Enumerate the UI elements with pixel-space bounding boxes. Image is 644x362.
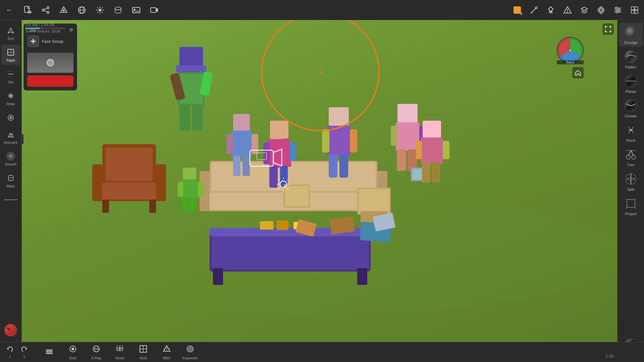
face-group-panel: · 202 · ⚙ Face Group — [23, 23, 77, 90]
svg-rect-78 — [149, 199, 156, 213]
version-number: 1.90 — [605, 354, 614, 359]
svg-rect-134 — [432, 163, 440, 183]
smudge-label: Smudge — [624, 41, 638, 45]
svg-line-183 — [635, 207, 636, 209]
redo-icon — [20, 346, 28, 355]
image-icon[interactable] — [130, 4, 142, 16]
svg-rect-138 — [359, 189, 389, 213]
top-toolbar-right: ⚙ — [511, 4, 641, 16]
dashes-icon — [6, 195, 16, 205]
svg-rect-96 — [260, 221, 273, 230]
inspector-btn[interactable]: Inspector — [178, 343, 202, 362]
sidebar-collapse-arrow[interactable]: › — [20, 134, 23, 144]
sidebar-item-eraser[interactable] — [1, 321, 20, 339]
stack-icon[interactable] — [578, 4, 590, 16]
sidebar-item-dashes[interactable] — [1, 192, 20, 207]
inspector-icon — [186, 345, 195, 355]
undo-btn[interactable]: 1 — [3, 343, 17, 362]
right-tool-trim[interactable]: Trim — [619, 145, 643, 169]
svg-rect-113 — [269, 166, 278, 188]
flatten-label: Flatten — [625, 65, 637, 69]
svg-rect-102 — [357, 268, 367, 285]
svg-rect-112 — [290, 142, 296, 161]
xray-btn[interactable]: X-Ray — [85, 343, 108, 362]
svg-rect-149 — [190, 197, 196, 212]
right-tool-project[interactable]: Project — [619, 194, 643, 218]
fullscreen-btn[interactable] — [602, 23, 614, 35]
svg-line-181 — [626, 198, 627, 199]
orientation-cube[interactable]: Back — [557, 37, 584, 64]
svg-point-190 — [71, 348, 74, 350]
layers-bottom-btn[interactable] — [38, 343, 61, 362]
right-tool-planar[interactable]: Planar — [619, 72, 643, 96]
face-group-add-btn[interactable] — [27, 35, 39, 47]
layers3d-icon[interactable] — [112, 4, 124, 16]
sidebar-item-relax[interactable]: Relax — [1, 88, 20, 109]
back-icon[interactable]: ← — [3, 4, 15, 16]
target-icon — [6, 113, 16, 123]
video-icon[interactable] — [148, 4, 160, 16]
svg-rect-77 — [102, 199, 109, 213]
svg-point-166 — [570, 50, 571, 51]
svg-rect-136 — [285, 186, 309, 206]
grid-bottom-label: Grid — [140, 356, 147, 360]
world-icon[interactable] — [76, 4, 88, 16]
viewport[interactable]: Back — [22, 20, 617, 342]
grid-bottom-btn[interactable]: Grid — [131, 343, 155, 362]
sidebar-item-patch[interactable]: Patch — [1, 45, 20, 65]
smudge-icon — [624, 25, 638, 40]
svg-point-62 — [10, 117, 11, 118]
right-tool-smudge[interactable]: Smudge — [619, 23, 643, 47]
pen-tool-icon[interactable] — [528, 4, 540, 16]
svg-rect-121 — [397, 104, 418, 122]
voxel-label: Voxel — [115, 356, 124, 360]
sidebar-item-mask[interactable]: Mask — [1, 170, 20, 191]
face-group-settings-icon[interactable]: ⚙ — [69, 27, 73, 33]
solo-label: Solo — [69, 356, 76, 360]
grid2-icon[interactable] — [629, 4, 641, 16]
svg-rect-118 — [350, 129, 357, 153]
svg-rect-47 — [631, 10, 634, 13]
share-icon[interactable] — [40, 4, 52, 16]
svg-point-163 — [319, 71, 322, 73]
dot-label: Dot — [8, 80, 13, 84]
autopick-label: Auto-pick — [4, 141, 18, 144]
wire-btn[interactable]: Wire — [155, 343, 178, 362]
cube-face — [557, 37, 584, 64]
home-btn[interactable] — [572, 67, 584, 78]
svg-point-2 — [42, 9, 44, 11]
bottom-toolbar: 1 1 Solo X-Ray — [0, 342, 644, 362]
right-tool-crease[interactable]: Crease — [619, 96, 643, 120]
settings-icon[interactable] — [595, 4, 607, 16]
redo-btn[interactable]: 1 — [17, 343, 31, 362]
face-group-color-btn[interactable] — [27, 75, 73, 87]
scene-icon[interactable] — [58, 4, 70, 16]
sidebar-item-target[interactable] — [1, 110, 20, 125]
warning-icon[interactable] — [561, 4, 574, 16]
sidebar-item-smooth[interactable]: Smooth — [1, 148, 20, 169]
inspector-label: Inspector — [182, 356, 198, 360]
smooth-icon — [6, 151, 16, 161]
sidebar-item-autopick[interactable]: Auto-pick — [1, 127, 20, 147]
svg-point-167 — [625, 26, 637, 38]
grid-bottom-icon — [139, 345, 148, 355]
xray-icon — [92, 345, 101, 355]
svg-rect-122 — [396, 122, 419, 151]
right-tool-pinch[interactable]: Pinch — [619, 121, 643, 144]
material-btn[interactable]: ⚙ — [511, 4, 523, 16]
right-tool-split[interactable]: Split — [619, 170, 643, 193]
sliders-icon[interactable] — [612, 4, 624, 16]
flatten-icon — [624, 49, 638, 64]
project-label: Project — [625, 212, 636, 216]
file-icon[interactable] — [21, 4, 34, 16]
svg-rect-106 — [252, 134, 258, 154]
voxel-btn[interactable]: Voxel — [108, 343, 131, 362]
solo-btn[interactable]: Solo — [61, 343, 85, 362]
svg-rect-117 — [322, 129, 329, 153]
star-icon[interactable] — [94, 4, 106, 16]
sidebar-item-dot[interactable]: Dot — [1, 66, 20, 87]
face-group-color-dot[interactable] — [47, 59, 54, 66]
right-tool-flatten[interactable]: Flatten — [619, 47, 643, 71]
sidebar-item-sym[interactable]: Sym — [1, 23, 20, 43]
pin-icon[interactable] — [545, 4, 557, 16]
